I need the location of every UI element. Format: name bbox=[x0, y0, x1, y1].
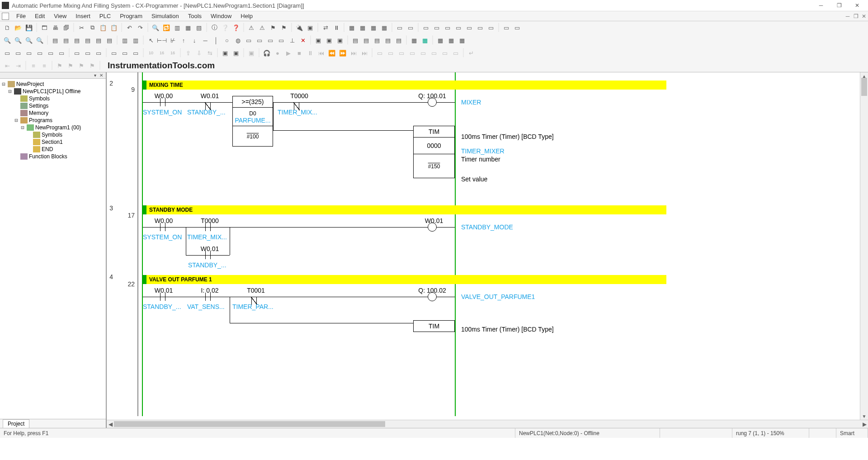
mod2-icon[interactable]: ▭ bbox=[432, 23, 442, 33]
arrow1-icon[interactable]: ⇧ bbox=[183, 48, 193, 58]
tree-section1[interactable]: Section1 bbox=[1, 138, 105, 146]
sim5-icon[interactable]: ▤ bbox=[394, 35, 404, 45]
monitor3-icon[interactable]: ▣ bbox=[335, 35, 345, 45]
info-icon[interactable]: ⓘ bbox=[209, 23, 219, 33]
mod1-icon[interactable]: ▭ bbox=[421, 23, 431, 33]
tool-a-icon[interactable]: ▥ bbox=[172, 23, 182, 33]
maximize-button[interactable]: ❐ bbox=[830, 0, 848, 11]
bar-c-icon[interactable]: ▭ bbox=[396, 48, 406, 58]
cut-icon[interactable]: ✂ bbox=[76, 23, 86, 33]
rec-icon[interactable]: ● bbox=[273, 48, 283, 58]
not-icon[interactable]: ⊥ bbox=[287, 35, 297, 45]
menu-help[interactable]: Help bbox=[236, 12, 257, 20]
sound-icon[interactable]: 🎧 bbox=[262, 48, 272, 58]
menu-plc[interactable]: PLC bbox=[95, 12, 115, 20]
bar-a-icon[interactable]: ▭ bbox=[375, 48, 385, 58]
tree-project[interactable]: ⊟NewProject bbox=[1, 81, 105, 88]
warn2-icon[interactable]: ⚠ bbox=[257, 23, 267, 33]
zoom-out-icon[interactable]: 🔍 bbox=[24, 35, 34, 45]
ext1-icon[interactable]: ▭ bbox=[501, 23, 511, 33]
dev1-icon[interactable]: ▦ bbox=[409, 35, 419, 45]
ladder-diagram[interactable]: 2 9 3 17 4 22 MIXING TIME W0.00 SYSTEM_O… bbox=[107, 72, 857, 416]
tool-b-icon[interactable]: ▦ bbox=[183, 23, 193, 33]
rung4-contact1[interactable] bbox=[160, 297, 165, 297]
win8-icon[interactable]: ▭ bbox=[83, 48, 93, 58]
func2-icon[interactable]: ▭ bbox=[255, 35, 264, 45]
chip1-icon[interactable]: ▣ bbox=[220, 48, 230, 58]
menu-file[interactable]: File bbox=[12, 12, 30, 20]
mark4-icon[interactable]: ⚑ bbox=[87, 61, 97, 71]
vertical-scrollbar[interactable]: ▲ ▼ bbox=[860, 72, 868, 420]
view7-icon[interactable]: ▥ bbox=[120, 35, 130, 45]
rung2-contact1[interactable] bbox=[160, 102, 165, 103]
tree-programs[interactable]: ⊟Programs bbox=[1, 117, 105, 124]
copy-icon[interactable]: ⧉ bbox=[87, 23, 97, 33]
hscroll-thumb[interactable] bbox=[114, 421, 385, 427]
preview-icon[interactable]: 🗐 bbox=[61, 23, 71, 33]
chip2-icon[interactable]: ▣ bbox=[231, 48, 241, 58]
win10-icon[interactable]: ▭ bbox=[109, 48, 119, 58]
diagram-scroll[interactable]: 2 9 3 17 4 22 MIXING TIME W0.00 SYSTEM_O… bbox=[107, 72, 868, 420]
online-icon[interactable]: 🔌 bbox=[294, 23, 304, 33]
contact-nc-icon[interactable]: ⊬ bbox=[168, 35, 178, 45]
ret-icon[interactable]: ↵ bbox=[466, 48, 476, 58]
contact-no-icon[interactable]: ⊢⊣ bbox=[157, 35, 167, 45]
win9-icon[interactable]: ▭ bbox=[94, 48, 104, 58]
func3-icon[interactable]: ▭ bbox=[265, 35, 275, 45]
replace-icon[interactable]: 🔁 bbox=[161, 23, 171, 33]
arrow3-icon[interactable]: ⇆ bbox=[205, 48, 215, 58]
menu-view[interactable]: View bbox=[49, 12, 71, 20]
print2-icon[interactable]: 🖶 bbox=[50, 23, 60, 33]
tool-d-icon[interactable]: ▣ bbox=[305, 23, 315, 33]
project-tree[interactable]: ⊟NewProject ⊟NewPLC1[CP1L] Offline Symbo… bbox=[0, 79, 106, 419]
bar2-icon[interactable]: ▭ bbox=[406, 23, 415, 33]
win2-icon[interactable]: ▭ bbox=[13, 48, 23, 58]
open-icon[interactable]: 📂 bbox=[13, 23, 23, 33]
view3-icon[interactable]: ▤ bbox=[72, 35, 82, 45]
scroll-thumb[interactable] bbox=[861, 78, 867, 96]
grid3-icon[interactable]: ▦ bbox=[368, 23, 378, 33]
tree-plc[interactable]: ⊟NewPLC1[CP1L] Offline bbox=[1, 88, 105, 95]
mod5-icon[interactable]: ▭ bbox=[464, 23, 474, 33]
view5-icon[interactable]: ▤ bbox=[94, 35, 104, 45]
mod4-icon[interactable]: ▭ bbox=[453, 23, 463, 33]
tree-end[interactable]: END bbox=[1, 146, 105, 153]
zoom-fit-icon[interactable]: 🔍 bbox=[2, 35, 12, 45]
rung2-tim-box[interactable]: TIM 0000 #150 bbox=[413, 126, 455, 178]
rung3-branch-contact[interactable] bbox=[205, 255, 211, 256]
dev4-icon[interactable]: ▦ bbox=[446, 35, 456, 45]
help-icon[interactable]: ❔ bbox=[220, 23, 230, 33]
bar1-icon[interactable]: ▭ bbox=[395, 23, 405, 33]
print-icon[interactable]: 🗔 bbox=[39, 23, 49, 33]
mod7-icon[interactable]: ▭ bbox=[486, 23, 496, 33]
mod6-icon[interactable]: ▭ bbox=[475, 23, 485, 33]
view1-icon[interactable]: ▤ bbox=[50, 35, 60, 45]
mark2-icon[interactable]: ⚑ bbox=[66, 61, 75, 71]
paste2-icon[interactable]: 📋 bbox=[109, 23, 119, 33]
sidebar-pin-icon[interactable]: ▾ bbox=[92, 73, 98, 78]
mdi-minimize-button[interactable]: ─ bbox=[844, 13, 852, 19]
scroll-right-icon[interactable]: ▶ bbox=[861, 421, 868, 427]
scroll-left-icon[interactable]: ◀ bbox=[107, 421, 114, 427]
line-v-icon[interactable]: │ bbox=[211, 35, 221, 45]
mdi-close-button[interactable]: ✕ bbox=[860, 13, 868, 19]
menu-simulation[interactable]: Simulation bbox=[147, 12, 184, 20]
indent-l-icon[interactable]: ⇤ bbox=[2, 61, 12, 71]
coil-inv-icon[interactable]: ◍ bbox=[233, 35, 243, 45]
rung4-contact2[interactable] bbox=[205, 297, 211, 297]
minimize-button[interactable]: ─ bbox=[812, 0, 830, 11]
flag2-icon[interactable]: ⚑ bbox=[279, 23, 289, 33]
sim1-icon[interactable]: ▤ bbox=[350, 35, 360, 45]
win5-icon[interactable]: ▭ bbox=[46, 48, 56, 58]
pointer-icon[interactable]: ❓ bbox=[231, 23, 241, 33]
win6-icon[interactable]: ▭ bbox=[57, 48, 66, 58]
sim3-icon[interactable]: ▤ bbox=[372, 35, 382, 45]
scroll-down-icon[interactable]: ▼ bbox=[860, 413, 868, 420]
new-icon[interactable]: 🗋 bbox=[2, 23, 12, 33]
save-icon[interactable]: 💾 bbox=[24, 23, 34, 33]
menu-program[interactable]: Program bbox=[115, 12, 147, 20]
bar-d-icon[interactable]: ▭ bbox=[407, 48, 417, 58]
warn-icon[interactable]: ⚠ bbox=[246, 23, 256, 33]
arrow2-icon[interactable]: ⇩ bbox=[194, 48, 204, 58]
grid1-icon[interactable]: ▦ bbox=[347, 23, 357, 33]
